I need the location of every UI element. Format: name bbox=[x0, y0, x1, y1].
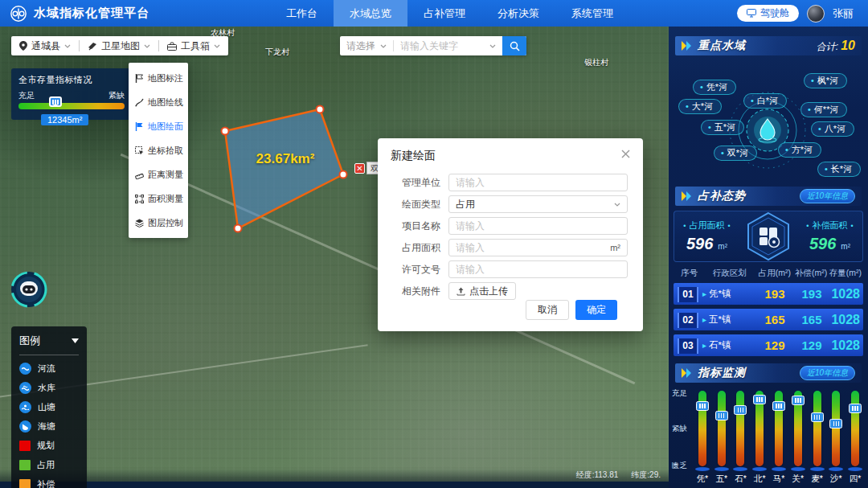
basemap-label: 卫星地图 bbox=[101, 39, 140, 53]
col-header: 行政区划 bbox=[703, 268, 755, 279]
tool-draw-line[interactable]: 地图绘线 bbox=[129, 90, 188, 114]
tool-layer-control[interactable]: 图层控制 bbox=[129, 211, 188, 235]
tab-analysis-decision[interactable]: 分析决策 bbox=[481, 0, 555, 27]
balance-stats: 占用面积 596 m² 补偿面积 bbox=[674, 211, 863, 262]
gauge: 五* bbox=[712, 388, 731, 485]
gauge: 麦* bbox=[808, 388, 827, 485]
search-input[interactable]: 请输入关键字 bbox=[394, 39, 502, 53]
gauge-label: 凭* bbox=[697, 474, 709, 485]
occupied-area-unit: m² bbox=[718, 242, 727, 251]
tool-label: 地图绘线 bbox=[148, 96, 183, 109]
col-header: 占用(m²) bbox=[755, 268, 793, 279]
occupied-area-input[interactable]: 请输入 m² bbox=[448, 239, 628, 256]
close-icon[interactable] bbox=[619, 147, 632, 160]
river-tag[interactable]: 八*河 bbox=[811, 121, 854, 137]
search-input-placeholder: 请输入关键字 bbox=[400, 39, 458, 53]
legend-item-seawall: 海塘 bbox=[19, 420, 79, 433]
gauge-label: 沙* bbox=[830, 474, 842, 485]
recent-10y-badge: 近10年信息 bbox=[800, 189, 855, 203]
tool-measure-area[interactable]: 面积测量 bbox=[129, 187, 188, 211]
row-stock: 1028 bbox=[829, 338, 863, 353]
double-chevron-icon bbox=[682, 191, 693, 201]
project-name-input[interactable]: 请输入 bbox=[448, 217, 628, 235]
map-legend: 图例 河流 水库 山塘 海塘 规划 bbox=[11, 326, 87, 488]
field-label: 绘面类型 bbox=[402, 198, 448, 211]
chevron-down-icon bbox=[489, 44, 496, 48]
confirm-button[interactable]: 确定 bbox=[575, 300, 617, 320]
upload-button[interactable]: 点击上传 bbox=[448, 282, 516, 300]
user-name[interactable]: 张丽 bbox=[833, 6, 854, 21]
gauge-label: 石* bbox=[735, 474, 747, 485]
ai-assistant-button[interactable] bbox=[10, 270, 48, 309]
cancel-draw-icon[interactable]: ✕ bbox=[354, 163, 365, 174]
polygon-type-select[interactable]: 占用 bbox=[448, 195, 628, 213]
row-stock: 1028 bbox=[829, 287, 863, 301]
cockpit-button[interactable]: 驾驶舱 bbox=[737, 5, 799, 22]
river-tag[interactable]: 长*河 bbox=[817, 162, 861, 177]
table-row[interactable]: 03 石*镇 129 129 1028 bbox=[674, 334, 863, 356]
section-title: 占补态势 bbox=[698, 189, 746, 203]
tool-label: 地图标注 bbox=[148, 72, 183, 84]
gauge: 凭* bbox=[693, 388, 712, 485]
legend-item-river: 河流 bbox=[19, 363, 79, 375]
permit-number-input[interactable]: 请输入 bbox=[448, 260, 628, 278]
row-index: 03 bbox=[678, 338, 698, 354]
tab-system-management[interactable]: 系统管理 bbox=[555, 0, 629, 27]
bottom-strip bbox=[0, 482, 669, 488]
table-row[interactable]: 02 五*镇 165 165 1028 bbox=[674, 309, 863, 330]
row-index: 01 bbox=[678, 287, 698, 302]
river-icon bbox=[19, 363, 31, 375]
region-label: 通城县 bbox=[31, 39, 60, 53]
management-unit-input[interactable]: 请输入 bbox=[448, 174, 628, 191]
area-measure-icon bbox=[135, 195, 144, 203]
river-tag[interactable]: 双*河 bbox=[714, 146, 757, 161]
river-tag[interactable]: 方*河 bbox=[778, 142, 821, 158]
river-tag[interactable]: 何**河 bbox=[800, 102, 847, 117]
occupied-area-value: 596 bbox=[686, 235, 713, 253]
river-tag[interactable]: 白*河 bbox=[743, 93, 787, 109]
tool-label: 距离测量 bbox=[148, 169, 183, 181]
tab-balance-management[interactable]: 占补管理 bbox=[407, 0, 481, 27]
gauge-y-axis: 充足 紧缺 匮乏 bbox=[672, 388, 693, 485]
divider bbox=[19, 355, 79, 355]
compensated-area-value: 596 bbox=[809, 235, 836, 253]
compensated-swatch bbox=[19, 479, 31, 488]
tab-water-overview[interactable]: 水域总览 bbox=[334, 0, 407, 27]
tool-label: 图层控制 bbox=[148, 217, 183, 229]
col-header: 序号 bbox=[675, 268, 703, 279]
double-chevron-icon bbox=[682, 41, 693, 51]
row-region: 凭*镇 bbox=[702, 288, 755, 300]
cancel-button[interactable]: 取消 bbox=[526, 300, 569, 320]
river-tag[interactable]: 凭*河 bbox=[693, 80, 736, 95]
search-category-select[interactable]: 请选择 bbox=[340, 39, 393, 53]
tool-pick-coordinate[interactable]: 坐标拾取 bbox=[129, 138, 188, 162]
tool-map-annotate[interactable]: 地图标注 bbox=[129, 66, 188, 90]
row-index: 02 bbox=[678, 313, 698, 328]
table-header-row: 序号 行政区划 占用(m²) 补偿(m²) 存量(m²) bbox=[674, 268, 863, 279]
search-button[interactable] bbox=[502, 36, 526, 55]
legend-label: 水库 bbox=[38, 382, 55, 394]
balance-table: 序号 行政区划 占用(m²) 补偿(m²) 存量(m²) 01 凭*镇 193 … bbox=[674, 268, 863, 356]
tool-draw-polygon[interactable]: 地图绘面 bbox=[129, 114, 188, 138]
river-tag[interactable]: 五*河 bbox=[701, 120, 744, 135]
avatar[interactable] bbox=[807, 5, 825, 23]
legend-title: 图例 bbox=[19, 334, 40, 348]
triangle-down-icon bbox=[72, 338, 79, 343]
balance-hexagon bbox=[739, 211, 797, 261]
legend-header[interactable]: 图例 bbox=[19, 334, 79, 348]
tool-measure-distance[interactable]: 距离测量 bbox=[129, 162, 188, 187]
river-tag[interactable]: 大*河 bbox=[678, 99, 722, 114]
toolbox-selector[interactable]: 工具箱 bbox=[159, 39, 228, 53]
dashboard-panel: 重点水域 合计: 10 凭*河 白*河 枫*河 大*河 何**河 五*河 八*河… bbox=[669, 27, 868, 488]
ruler-icon bbox=[135, 170, 144, 179]
col-header: 补偿(m²) bbox=[793, 268, 828, 279]
river-tag[interactable]: 枫*河 bbox=[804, 73, 847, 88]
legend-item-planned: 规划 bbox=[19, 440, 79, 452]
basemap-selector[interactable]: 卫星地图 bbox=[80, 39, 158, 53]
tab-workbench[interactable]: 工作台 bbox=[270, 0, 334, 27]
stock-panel-title: 全市存量指标情况 bbox=[18, 74, 125, 86]
legend-item-pond: 山塘 bbox=[19, 401, 79, 413]
table-row[interactable]: 01 凭*镇 193 193 1028 bbox=[674, 283, 863, 305]
region-selector[interactable]: 通城县 bbox=[11, 39, 79, 53]
coordinate-pick-icon bbox=[135, 146, 144, 155]
